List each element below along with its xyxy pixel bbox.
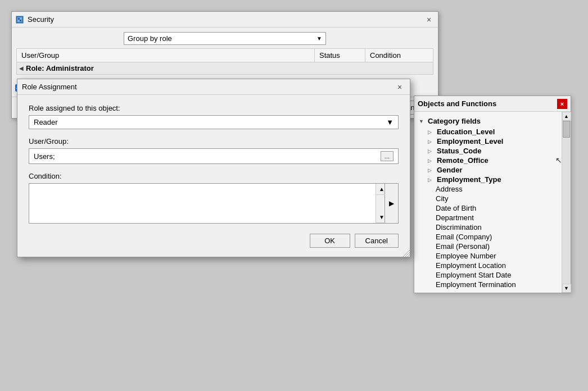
role-cancel-button[interactable]: Cancel	[355, 234, 399, 248]
group-by-value: Group by role	[128, 34, 172, 43]
svg-line-5	[405, 252, 410, 257]
role-dialog-buttons: OK Cancel	[29, 231, 399, 248]
chevron-down-icon: ▼	[316, 35, 322, 42]
user-group-label: User/Group:	[29, 137, 399, 146]
tree-item-email_company[interactable]: Email (Company)	[417, 232, 559, 242]
role-chevron-icon: ▼	[386, 118, 393, 126]
tree-items: ▷Education_Level▷Employment_Level▷Status…	[417, 127, 559, 289]
group-by-dropdown[interactable]: Group by role ▼	[124, 32, 326, 45]
security-titlebar: Security ×	[12, 12, 438, 28]
tree-item-employment_type[interactable]: ▷Employment_Type	[417, 175, 559, 184]
security-title: Security	[28, 15, 423, 24]
table-header: User/Group Status Condition	[16, 48, 433, 62]
role-dialog-close-button[interactable]: ×	[394, 81, 405, 93]
group-by-row: Group by role ▼	[16, 32, 433, 45]
scroll-thumb[interactable]	[563, 121, 570, 138]
objects-close-button[interactable]: ×	[557, 99, 567, 109]
tree-item-label: Discrimination	[436, 223, 482, 231]
objects-title: Objects and Functions	[418, 99, 496, 108]
tree-item-label: City	[436, 194, 448, 203]
expand-icon: ▷	[428, 167, 436, 173]
resize-handle[interactable]	[403, 250, 410, 257]
svg-line-6	[408, 254, 410, 257]
security-body: Group by role ▼ User/Group Status Condit…	[12, 28, 438, 79]
expand-icon: ▷	[428, 129, 436, 135]
tree-item-employee_number[interactable]: Employee Number	[417, 251, 559, 261]
condition-textarea[interactable]	[29, 184, 376, 223]
col-header-user-group: User/Group	[17, 49, 315, 62]
col-header-condition: Condition	[365, 49, 433, 62]
tree-item-email_personal[interactable]: Email (Personal)	[417, 242, 559, 251]
tree-item-label: Gender	[437, 166, 463, 174]
insert-arrow-button[interactable]: ▶	[385, 183, 399, 224]
col-header-status: Status	[315, 49, 365, 62]
tree-item-label: Education_Level	[437, 128, 495, 136]
expand-icon: ▼	[419, 119, 427, 124]
role-group-row: ◀ Role: Administrator	[16, 62, 433, 75]
tree-item-label: Employment Termination	[436, 280, 516, 289]
role-assignment-dialog: Role Assignment × Role assigned to this …	[17, 79, 410, 257]
role-dialog-title: Role Assignment	[22, 83, 77, 91]
tree-item-status_code[interactable]: ▷Status_Code	[417, 146, 559, 156]
role-dialog-body: Role assigned to this object: Reader ▼ U…	[17, 95, 410, 257]
objects-scrollbar: ▲ ▼	[562, 112, 571, 293]
role-dialog-titlebar: Role Assignment ×	[17, 79, 410, 95]
tree-item-label: Employment_Type	[437, 175, 501, 184]
role-assigned-label: Role assigned to this object:	[29, 104, 399, 112]
scroll-up-arrow[interactable]: ▲	[562, 112, 571, 121]
role-select-value: Reader	[34, 118, 58, 126]
svg-rect-3	[20, 20, 21, 21]
expand-icon: ▷	[428, 148, 436, 154]
condition-label: Condition:	[29, 172, 399, 180]
browse-button[interactable]: ...	[381, 151, 393, 161]
role-ok-button[interactable]: OK	[310, 234, 350, 248]
role-group-label: Role: Administrator	[26, 64, 94, 72]
tree-item-address[interactable]: Address	[417, 184, 559, 194]
scroll-down-arrow[interactable]: ▼	[562, 284, 571, 293]
tree-item-employment_location[interactable]: Employment Location	[417, 261, 559, 270]
expand-icon: ▷	[428, 158, 436, 163]
objects-body: ▼ Category fields ▷Education_Level▷Emplo…	[414, 112, 571, 293]
expand-icon: ▷	[428, 177, 436, 183]
tree-item-employment_termination[interactable]: Employment Termination	[417, 280, 559, 289]
user-group-value: Users;	[34, 152, 55, 161]
tree-item-discrimination[interactable]: Discrimination	[417, 222, 559, 232]
user-group-field: Users; ...	[29, 148, 399, 164]
objects-panel: Objects and Functions × ▼ Category field…	[414, 96, 571, 293]
tree-item-employment_level[interactable]: ▷Employment_Level	[417, 137, 559, 146]
tree-item-label: Employment Start Date	[436, 271, 511, 279]
category-fields-label: Category fields	[428, 117, 481, 125]
tree-item-label: Status_Code	[437, 147, 481, 155]
tree-item-label: Remote_Office	[437, 156, 489, 165]
objects-titlebar: Objects and Functions ×	[414, 96, 571, 112]
tree-item-department[interactable]: Department	[417, 213, 559, 222]
tree-item-remote_office[interactable]: ▷Remote_Office↖	[417, 156, 559, 165]
objects-tree: ▼ Category fields ▷Education_Level▷Emplo…	[414, 112, 562, 293]
tree-item-date_of_birth[interactable]: Date of Birth	[417, 203, 559, 213]
category-fields-item[interactable]: ▼ Category fields	[417, 115, 559, 127]
security-icon	[15, 15, 24, 24]
svg-rect-2	[18, 18, 20, 20]
tree-item-label: Department	[436, 213, 474, 222]
tree-item-label: Employee Number	[436, 252, 496, 260]
security-close-button[interactable]: ×	[423, 14, 435, 25]
tree-item-label: Employment_Level	[437, 137, 504, 146]
role-select-dropdown[interactable]: Reader ▼	[29, 115, 399, 129]
tree-item-gender[interactable]: ▷Gender	[417, 165, 559, 175]
scroll-track	[562, 121, 571, 284]
expand-icon: ▷	[428, 139, 436, 144]
tree-item-education_level[interactable]: ▷Education_Level	[417, 127, 559, 137]
tree-item-label: Date of Birth	[436, 204, 476, 212]
tree-item-city[interactable]: City	[417, 194, 559, 203]
tree-item-label: Employment Location	[436, 261, 506, 270]
tree-item-label: Email (Personal)	[436, 242, 490, 251]
collapse-icon: ◀	[19, 65, 24, 71]
tree-item-label: Email (Company)	[436, 233, 492, 241]
tree-item-label: Address	[436, 185, 463, 193]
tree-item-employment_start_date[interactable]: Employment Start Date	[417, 270, 559, 280]
